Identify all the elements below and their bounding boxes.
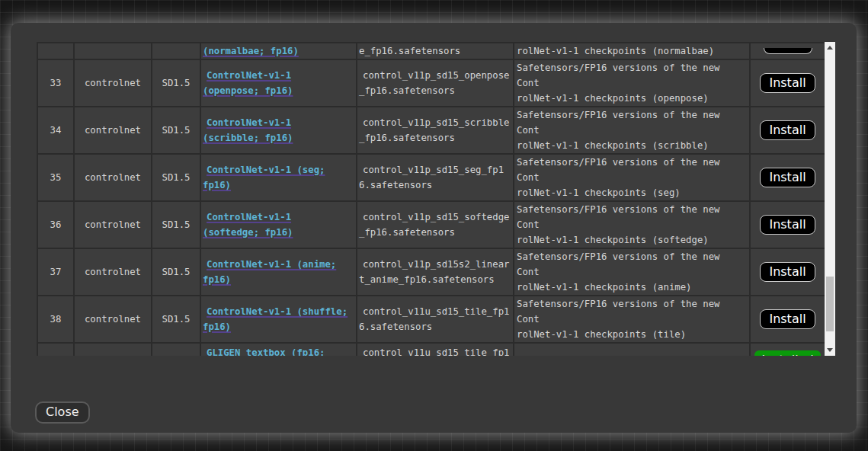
table-scrollbar[interactable] <box>825 42 835 356</box>
install-button[interactable]: Install <box>760 262 815 282</box>
model-action-cell <box>750 43 825 59</box>
model-id: 37 <box>37 248 74 296</box>
model-filename: control_v11p_sd15s2_linear t_anime_fp16.… <box>357 248 514 296</box>
model-name-cell: (normalbae; fp16) <box>200 43 357 59</box>
install-button[interactable]: Install <box>760 120 815 140</box>
model-name-cell: ControlNet-v1-1 (seg; fp16) <box>200 154 357 201</box>
models-table-viewport[interactable]: (normalbae; fp16) e_fp16.safetensors rol… <box>37 42 825 356</box>
model-name-link[interactable]: GLIGEN textbox (fp16; pruned) <box>203 345 325 356</box>
table-row: 37 controlnet SD1.5 ControlNet-v1-1 (ani… <box>37 248 825 296</box>
model-type: controlnet <box>74 107 152 154</box>
model-name-link[interactable]: (normalbae; fp16) <box>203 43 299 59</box>
install-models-dialog: (normalbae; fp16) e_fp16.safetensors rol… <box>11 23 857 433</box>
table-row: 34 controlnet SD1.5 ControlNet-v1-1 (scr… <box>37 107 825 154</box>
model-description: GLIGEN textbox model <box>514 343 750 356</box>
model-filename: control_v11u_sd15_tile_fp1 6.safetensors <box>357 343 514 356</box>
model-name-cell: ControlNet-v1-1 (softedge; fp16) <box>200 201 357 248</box>
model-base: SD1.5 <box>152 201 200 248</box>
install-button[interactable]: Install <box>760 168 815 187</box>
model-name-cell: ControlNet-v1-1 (openpose; fp16) <box>200 59 357 107</box>
model-type: controlnet <box>74 201 152 248</box>
model-id: 38 <box>37 296 74 343</box>
table-row: 38 controlnet SD1.5 ControlNet-v1-1 (shu… <box>37 296 825 343</box>
model-base <box>152 43 200 59</box>
model-action-cell: Install <box>750 107 825 154</box>
installed-button[interactable]: Installed <box>754 350 821 356</box>
model-base: SD1.5 <box>152 343 200 356</box>
model-action-cell: Install <box>750 201 825 248</box>
model-id <box>37 43 74 59</box>
model-type: controlnet <box>74 59 152 107</box>
model-action-cell: Install <box>750 248 825 296</box>
model-name-link[interactable]: ControlNet-v1-1 (softedge; fp16) <box>203 210 293 240</box>
table-row: 33 controlnet SD1.5 ControlNet-v1-1 (ope… <box>37 59 825 107</box>
model-description: Safetensors/FP16 versions of the new Con… <box>514 154 750 201</box>
model-id: 35 <box>37 154 74 201</box>
model-description: Safetensors/FP16 versions of the new Con… <box>514 201 750 248</box>
model-base: SD1.5 <box>152 59 200 107</box>
model-name-link[interactable]: ControlNet-v1-1 (anime; fp16) <box>203 257 336 287</box>
install-button[interactable]: Install <box>760 309 815 329</box>
model-filename: e_fp16.safetensors <box>357 43 514 59</box>
install-button[interactable]: Install <box>760 215 815 235</box>
model-id: 33 <box>37 59 74 107</box>
model-description: rolNet-v1-1 checkpoints (normalbae) <box>514 43 750 59</box>
scrollbar-thumb[interactable] <box>826 277 834 331</box>
table-row: 36 controlnet SD1.5 ControlNet-v1-1 (sof… <box>37 201 825 248</box>
model-description: Safetensors/FP16 versions of the new Con… <box>514 296 750 343</box>
model-type: controlnet <box>74 154 152 201</box>
model-type <box>74 43 152 59</box>
model-name-link[interactable]: ControlNet-v1-1 (shuffle; fp16) <box>203 304 348 334</box>
model-type: controlnet <box>74 296 152 343</box>
model-name-cell: ControlNet-v1-1 (shuffle; fp16) <box>200 296 357 343</box>
model-name-link[interactable]: ControlNet-v1-1 (scribble; fp16) <box>203 115 293 146</box>
scrollbar-up-button[interactable] <box>825 42 835 53</box>
model-filename: control_v11u_sd15_tile_fp1 6.safetensors <box>357 296 514 343</box>
model-name-cell: ControlNet-v1-1 (scribble; fp16) <box>200 107 357 154</box>
up-arrow-icon <box>827 46 833 50</box>
model-filename: control_v11p_sd15_openpose _fp16.safeten… <box>357 59 514 107</box>
model-type: gligen <box>74 343 152 356</box>
models-table-area: (normalbae; fp16) e_fp16.safetensors rol… <box>37 42 835 356</box>
model-id: 34 <box>37 107 74 154</box>
model-name-cell: GLIGEN textbox (fp16; pruned) <box>200 343 357 356</box>
model-base: SD1.5 <box>152 296 200 343</box>
model-filename: control_v11p_sd15_scribble _fp16.safeten… <box>357 107 514 154</box>
model-description: Safetensors/FP16 versions of the new Con… <box>514 248 750 296</box>
table-row: 35 controlnet SD1.5 ControlNet-v1-1 (seg… <box>37 154 825 201</box>
model-name-link[interactable]: ControlNet-v1-1 (seg; fp16) <box>203 162 325 193</box>
model-base: SD1.5 <box>152 154 200 201</box>
model-id: 39 <box>37 343 74 356</box>
model-id: 36 <box>37 201 74 248</box>
install-button[interactable]: Install <box>760 73 815 93</box>
model-action-cell: Install <box>750 296 825 343</box>
models-table: (normalbae; fp16) e_fp16.safetensors rol… <box>37 42 825 356</box>
model-filename: control_v11p_sd15_seg_fp1 6.safetensors <box>357 154 514 201</box>
close-button[interactable]: Close <box>35 401 90 424</box>
model-action-cell: Install <box>750 59 825 107</box>
table-row: 39 gligen SD1.5 GLIGEN textbox (fp16; pr… <box>37 343 825 356</box>
model-base: SD1.5 <box>152 248 200 296</box>
install-button-partial[interactable] <box>764 48 812 54</box>
scrollbar-down-button[interactable] <box>825 344 835 356</box>
down-arrow-icon <box>827 348 833 352</box>
table-row-partial: (normalbae; fp16) e_fp16.safetensors rol… <box>37 43 825 59</box>
model-action-cell: Installed <box>750 343 825 356</box>
model-description: Safetensors/FP16 versions of the new Con… <box>514 59 750 107</box>
model-description: Safetensors/FP16 versions of the new Con… <box>514 107 750 154</box>
model-name-cell: ControlNet-v1-1 (anime; fp16) <box>200 248 357 296</box>
model-type: controlnet <box>74 248 152 296</box>
model-name-link[interactable]: ControlNet-v1-1 (openpose; fp16) <box>203 68 293 98</box>
model-action-cell: Install <box>750 154 825 201</box>
model-filename: control_v11p_sd15_softedge _fp16.safeten… <box>357 201 514 248</box>
model-base: SD1.5 <box>152 107 200 154</box>
